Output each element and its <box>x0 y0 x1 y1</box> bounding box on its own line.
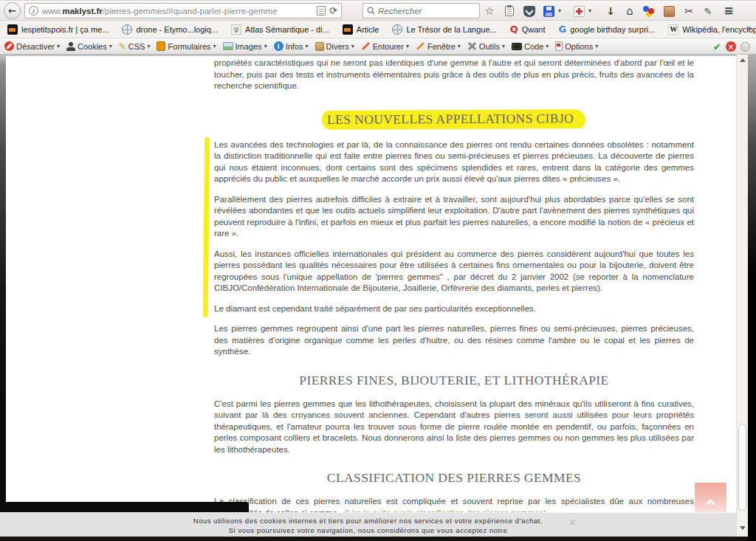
search-input[interactable] <box>378 7 475 15</box>
red-cross-icon <box>574 6 585 17</box>
devbar-item-divers[interactable]: Divers▾ <box>315 42 354 51</box>
download-icon: ↓ <box>606 6 615 16</box>
devbar-item-options[interactable]: Options▾ <box>555 41 598 51</box>
bookmark-label: lespetitspois.fr | ça me... <box>21 25 109 34</box>
image-icon <box>223 42 233 50</box>
scroll-up-arrow[interactable] <box>740 58 746 62</box>
code-icon <box>512 43 522 50</box>
person-icon <box>66 42 75 51</box>
hamburger-icon: ≡ <box>724 5 733 17</box>
bookmarks-menu-button[interactable] <box>502 4 517 18</box>
back-button[interactable]: ← <box>4 2 21 19</box>
devbar-item-infos[interactable]: iInfos▾ <box>274 41 309 51</box>
back-to-top-button[interactable] <box>695 483 726 514</box>
page-content-panel: propriétés caractéristiques qui ne seron… <box>6 56 736 512</box>
addon-photo-button[interactable] <box>662 4 676 18</box>
tools-icon <box>467 41 477 51</box>
bookmark-label: Wikipédia, l'encyclopé... <box>682 25 756 34</box>
article-text: propriétés caractéristiques qui ne seron… <box>214 58 694 528</box>
scissors-icon: ✂ <box>684 6 693 16</box>
save-button[interactable] <box>541 4 556 18</box>
bookmark-label: drone - Etymo...logiq... <box>136 25 218 34</box>
downloads-button[interactable]: ↓ <box>603 4 618 18</box>
bookmark-label: Article <box>357 25 379 34</box>
addon-health-dropdown[interactable]: ▾ <box>585 4 594 18</box>
webdeveloper-toolbar: Désactiver▾ Cookies▾ ✎CSS▾ Formulaires▾ … <box>0 38 756 55</box>
form-icon <box>157 41 165 51</box>
window-icon <box>416 42 425 50</box>
pen-icon: ✎ <box>704 7 712 16</box>
url-bar[interactable]: i www.maklyst.fr/pierres-gemmes/#quand-p… <box>24 3 342 18</box>
info-icon: i <box>274 41 284 51</box>
google-icon: G <box>559 24 567 35</box>
pencil-icon: ✎ <box>119 42 126 51</box>
bookmark-star-button[interactable]: ☆ <box>482 4 497 18</box>
bookmark-item[interactable]: lespetitspois.fr | ça me... <box>3 23 113 36</box>
chevron-down-icon: ▾ <box>147 44 150 49</box>
devbar-item-formulaires[interactable]: Formulaires▾ <box>157 41 216 51</box>
home-button[interactable]: ⌂ <box>622 4 637 18</box>
bookmark-label: google birthday surpri... <box>570 25 655 34</box>
site-info-icon[interactable]: i <box>29 6 38 15</box>
menu-button[interactable]: ≡ <box>721 4 736 18</box>
search-bar[interactable] <box>362 3 480 18</box>
addon-pen-button[interactable]: ✎ <box>701 4 715 18</box>
chevron-down-icon: ▾ <box>558 8 561 14</box>
bookmark-item[interactable]: ψAtlas Sémantique - di... <box>227 23 334 36</box>
navigation-toolbar: ← i www.maklyst.fr/pierres-gemmes/#quand… <box>0 0 756 21</box>
bookmark-item[interactable]: WWikipédia, l'encyclopé... <box>664 23 756 36</box>
bookmarks-overflow-chevron[interactable]: » <box>746 23 752 33</box>
devbar-item-fenetre[interactable]: Fenêtre▾ <box>416 42 461 51</box>
paragraph: C'est parmi les pierres gemmes que les l… <box>214 399 694 456</box>
save-dropdown[interactable]: ▾ <box>555 4 564 18</box>
bookmark-item[interactable]: drone - Etymo...logiq... <box>117 23 222 36</box>
back-icon: ← <box>8 6 16 15</box>
paragraph: Le diamant est cependant traité séparéme… <box>214 303 694 315</box>
bookmark-item[interactable]: Article <box>338 23 384 36</box>
chevron-down-icon: ▾ <box>588 8 591 14</box>
devbar-item-outils[interactable]: Outils▾ <box>467 41 505 51</box>
chevron-down-icon: ▾ <box>502 44 505 49</box>
devbar-item-entourer[interactable]: Entourer▾ <box>361 42 409 51</box>
devbar-item-code[interactable]: Code▾ <box>512 42 549 51</box>
pocket-button[interactable] <box>522 4 537 18</box>
chevron-down-icon: ▾ <box>57 44 60 49</box>
bookmarks-toolbar: lespetitspois.fr | ça me... drone - Etym… <box>0 21 756 38</box>
cookie-text-line1: Nous utilisons des cookies internes et t… <box>0 517 736 526</box>
bookmark-label: Atlas Sémantique - di... <box>245 25 329 34</box>
reader-mode-icon[interactable] <box>317 6 326 15</box>
reload-icon[interactable]: ⟳ <box>329 6 337 15</box>
cookie-text-line2: Si vous poursuivez votre navigation, nou… <box>0 526 736 536</box>
bookmark-item[interactable]: Le Trésor de la Langue... <box>388 23 501 36</box>
intro-paragraph: propriétés caractéristiques qui ne seron… <box>214 58 694 92</box>
devbar-item-cookies[interactable]: Cookies▾ <box>66 42 112 51</box>
clipboard-icon <box>505 6 514 16</box>
globe-icon <box>122 24 132 35</box>
scrollbar-thumb[interactable] <box>738 424 746 511</box>
bookmark-label: Qwant <box>522 25 546 34</box>
status-circle-icon[interactable] <box>740 42 750 52</box>
devbar-item-desactiver[interactable]: Désactiver▾ <box>4 41 60 51</box>
chevron-down-icon: ▾ <box>595 44 598 49</box>
devbar-item-css[interactable]: ✎CSS▾ <box>119 42 151 51</box>
close-icon[interactable]: × <box>568 516 577 529</box>
paragraph: Aussi, les instances officielles interna… <box>214 249 694 294</box>
chevron-down-icon: ▾ <box>109 44 112 49</box>
addon-health-button[interactable] <box>571 4 586 18</box>
window-right-edge <box>748 55 756 541</box>
check-icon[interactable]: ✔ <box>713 41 721 52</box>
scroll-down-button[interactable] <box>737 523 749 533</box>
bookmark-item[interactable]: QQwant <box>506 22 550 36</box>
devbar-item-images[interactable]: Images▾ <box>223 42 267 51</box>
chevron-down-icon: ▾ <box>406 44 409 49</box>
error-close-icon[interactable]: × <box>726 41 736 52</box>
vertical-scrollbar[interactable] <box>736 55 748 537</box>
addon-palette-button[interactable] <box>642 4 656 18</box>
scroll-down-arrow <box>740 526 746 530</box>
star-icon: ☆ <box>484 6 494 17</box>
addon-scissors-button[interactable]: ✂ <box>681 4 696 18</box>
chevron-down-icon: ▾ <box>351 44 354 49</box>
section-title-classification: CLASSIFICATION DES PIERRES GEMMES <box>214 470 694 486</box>
atlas-icon: ψ <box>231 24 241 35</box>
bookmark-item[interactable]: Ggoogle birthday surpri... <box>554 22 660 36</box>
